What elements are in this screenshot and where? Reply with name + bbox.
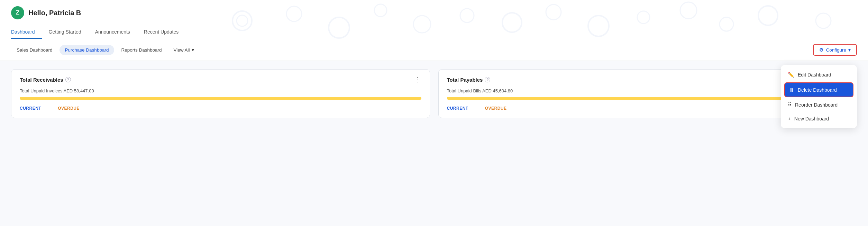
view-all-button[interactable]: View All ▾ [168,45,199,55]
dropdown-menu: ✏️ Edit Dashboard 🗑 Delete Dashboard ⠿ R… [781,65,857,128]
card-footer: CURRENT OVERDUE [20,106,421,111]
subheader: Sales Dashboard Purchase Dashboard Repor… [0,39,868,61]
current-label[interactable]: CURRENT [447,106,468,111]
card-title-text: Total Receivables [20,77,63,83]
nav-tabs-list: Dashboard Getting Started Announcements … [11,26,857,39]
card-title: Total Receivables ? [20,77,71,83]
card-options-button[interactable]: ⋮ [414,76,421,83]
chevron-down-icon: ▾ [192,47,194,53]
tab-reports-dashboard[interactable]: Reports Dashboard [116,45,167,55]
reorder-dashboard-item[interactable]: ⠿ Reorder Dashboard [781,98,857,112]
delete-dashboard-label: Delete Dashboard [798,87,837,93]
card-subtitle: Total Unpaid Invoices AED 58,447.00 [20,88,421,93]
avatar: Z [11,6,24,19]
edit-dashboard-item[interactable]: ✏️ Edit Dashboard [781,68,857,82]
main-content: Total Receivables ? ⋮ Total Unpaid Invoi… [0,61,868,126]
nav-tab-getting-started[interactable]: Getting Started [42,26,88,39]
configure-chevron-icon: ▾ [848,47,851,53]
main-nav: Dashboard Getting Started Announcements … [11,26,857,39]
current-label[interactable]: CURRENT [20,106,41,111]
dashboard-tabs: Sales Dashboard Purchase Dashboard Repor… [11,45,199,55]
configure-button[interactable]: ⚙ Configure ▾ [813,44,857,56]
plus-icon: + [788,116,791,121]
edit-dashboard-label: Edit Dashboard [798,72,831,78]
overdue-label[interactable]: OVERDUE [58,106,80,111]
card-title: Total Payables ? [447,77,491,83]
header: Z Hello, Patricia B Dashboard Getting St… [0,0,868,39]
nav-tab-recent-updates[interactable]: Recent Updates [137,26,185,39]
card-header: Total Receivables ? ⋮ [20,76,421,83]
info-icon[interactable]: ? [65,77,71,82]
new-dashboard-item[interactable]: + New Dashboard [781,112,857,125]
configure-label: Configure [826,47,846,53]
user-row: Z Hello, Patricia B [11,6,857,19]
tab-purchase-dashboard[interactable]: Purchase Dashboard [60,45,115,55]
nav-tab-dashboard[interactable]: Dashboard [11,26,42,39]
nav-tab-announcements[interactable]: Announcements [88,26,137,39]
new-dashboard-label: New Dashboard [794,116,829,121]
reorder-dashboard-label: Reorder Dashboard [795,102,838,108]
reorder-icon: ⠿ [788,102,792,108]
edit-icon: ✏️ [788,72,794,78]
view-all-label: View All [173,47,190,53]
total-receivables-card: Total Receivables ? ⋮ Total Unpaid Invoi… [11,69,430,118]
tab-sales-dashboard[interactable]: Sales Dashboard [11,45,58,55]
delete-dashboard-item[interactable]: 🗑 Delete Dashboard [784,82,853,97]
info-icon[interactable]: ? [485,77,490,82]
greeting-text: Hello, Patricia B [28,9,81,17]
card-title-text: Total Payables [447,77,483,83]
overdue-label[interactable]: OVERDUE [485,106,507,111]
gear-icon: ⚙ [819,47,824,53]
trash-icon: 🗑 [789,87,794,93]
progress-bar [20,97,421,100]
